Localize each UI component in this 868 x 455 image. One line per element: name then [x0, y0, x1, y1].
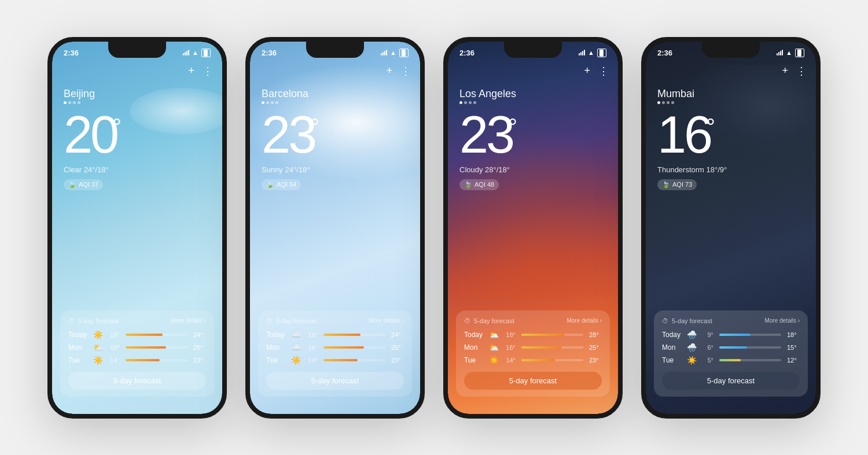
add-button[interactable]: +: [188, 65, 194, 77]
forecast-bar-2: [521, 359, 583, 361]
more-details-link[interactable]: More details ›: [567, 317, 602, 324]
signal-icon: [777, 50, 783, 56]
forecast-weather-icon-2: ☀️: [290, 356, 301, 365]
forecast-header: ⏱ 5-day forecast More details ›: [662, 317, 800, 324]
five-day-forecast-button[interactable]: 5-day forecast: [662, 372, 800, 390]
city-dot-active: [262, 101, 264, 104]
forecast-low-0: 18°: [107, 331, 120, 338]
phone-screen: 2:36 ▲ ▉ + ⋮: [250, 42, 420, 414]
battery-icon: ▉: [399, 49, 409, 57]
status-time: 2:36: [657, 49, 672, 57]
forecast-weather-icon-1: ⛅: [92, 343, 104, 352]
leaf-icon: 🍃: [68, 181, 76, 188]
city-dot: [469, 101, 472, 104]
forecast-title: ⏱ 5-day forecast: [662, 317, 712, 324]
forecast-low-2: 14°: [503, 357, 516, 364]
aqi-value: AQI 73: [672, 181, 692, 188]
weather-content: Beijing 20° Clear 24°/18° 🍃 AQI 37: [64, 88, 211, 190]
phone-screen: 2:36 ▲ ▉ + ⋮: [646, 42, 816, 414]
forecast-low-1: 16°: [503, 344, 516, 351]
city-dot: [667, 101, 670, 104]
city-dot: [662, 101, 665, 104]
city-dots: [657, 101, 804, 104]
forecast-high-1: 25°: [589, 344, 602, 351]
forecast-day-0: Today: [266, 331, 286, 339]
aqi-badge: 🍃 AQI 37: [64, 179, 103, 190]
more-details-link[interactable]: More details ›: [764, 317, 800, 324]
top-actions: + ⋮: [782, 65, 807, 77]
weather-description: Thunderstorm 18°/9°: [657, 165, 804, 174]
temperature: 23°: [459, 109, 606, 161]
forecast-bar-2: [719, 359, 781, 361]
forecast-low-0: 9°: [701, 331, 713, 338]
forecast-icon: ⏱: [266, 317, 273, 324]
weather-description: Cloudy 28°/18°: [459, 165, 606, 174]
forecast-weather-icon-1: 🌧️: [686, 343, 697, 352]
forecast-low-0: 18°: [305, 331, 318, 338]
forecast-row: Today ☁️ 18° 24°: [266, 330, 404, 339]
weather-content: Los Angeles 23° Cloudy 28°/18° 🍃 AQI 48: [459, 88, 606, 190]
five-day-forecast-button[interactable]: 5-day forecast: [266, 372, 404, 390]
menu-button[interactable]: ⋮: [598, 65, 609, 77]
weather-description: Clear 24°/18°: [64, 165, 211, 174]
forecast-high-0: 18°: [787, 331, 800, 338]
forecast-row: Today ⛅ 18° 28°: [464, 330, 602, 339]
forecast-icon: ⏱: [68, 317, 75, 324]
top-actions: + ⋮: [386, 65, 411, 77]
forecast-title-text: 5-day forecast: [78, 317, 119, 324]
forecast-row: Today ☀️ 18° 24°: [68, 330, 206, 339]
add-button[interactable]: +: [386, 65, 392, 77]
aqi-value: AQI 54: [277, 181, 296, 188]
five-day-forecast-button[interactable]: 5-day forecast: [68, 372, 206, 390]
forecast-bar-fill-2: [126, 359, 160, 361]
phone-frame: 2:36 ▲ ▉ + ⋮: [443, 37, 623, 419]
menu-button[interactable]: ⋮: [203, 65, 213, 77]
forecast-high-1: 15°: [787, 344, 800, 351]
forecast-bar-fill-0: [323, 334, 361, 336]
more-details-link[interactable]: More details ›: [171, 317, 206, 324]
forecast-day-1: Mon: [266, 343, 286, 352]
five-day-forecast-button[interactable]: 5-day forecast: [464, 372, 602, 390]
aqi-badge: 🍃 AQI 48: [459, 179, 499, 190]
forecast-icon: ⏱: [464, 317, 470, 324]
menu-button[interactable]: ⋮: [400, 65, 411, 77]
forecast-bar-fill-2: [719, 359, 741, 361]
forecast-high-2: 12°: [787, 357, 800, 364]
city-name: Barcelona: [262, 88, 409, 100]
weather-content: Mumbai 16° Thunderstorm 18°/9° 🍃 AQI 73: [657, 88, 804, 190]
forecast-row: Mon ☁️ 16° 25°: [266, 343, 404, 352]
forecast-high-0: 28°: [589, 331, 602, 338]
city-dot: [78, 101, 80, 104]
forecast-weather-icon-0: ⛅: [488, 330, 499, 339]
forecast-row: Tue ☀️ 14° 23°: [266, 356, 404, 365]
phone-frame: 2:36 ▲ ▉ + ⋮: [245, 37, 425, 419]
wifi-icon: ▲: [786, 49, 792, 56]
forecast-header: ⏱ 5-day forecast More details ›: [68, 317, 206, 324]
status-time: 2:36: [64, 49, 79, 57]
forecast-bar-fill-2: [521, 359, 556, 361]
add-button[interactable]: +: [584, 65, 590, 77]
forecast-panel: ⏱ 5-day forecast More details › Today ☀️…: [60, 310, 214, 397]
add-button[interactable]: +: [782, 65, 788, 77]
city-dots: [459, 101, 606, 104]
forecast-day-2: Tue: [68, 356, 89, 364]
degree-symbol: °: [310, 114, 317, 139]
forecast-high-2: 23°: [391, 357, 404, 364]
phone-losangeles: 2:36 ▲ ▉ + ⋮: [443, 37, 623, 419]
battery-icon: ▉: [201, 49, 211, 57]
menu-button[interactable]: ⋮: [796, 65, 807, 77]
forecast-day-1: Mon: [662, 343, 682, 352]
city-dot-active: [64, 101, 67, 104]
phone-beijing: 2:36 ▲ ▉ + ⋮: [47, 37, 227, 419]
forecast-title-text: 5-day forecast: [276, 317, 317, 324]
forecast-title: ⏱ 5-day forecast: [68, 317, 119, 324]
signal-icon: [381, 50, 387, 56]
more-details-link[interactable]: More details ›: [369, 317, 404, 324]
forecast-title: ⏱ 5-day forecast: [266, 317, 317, 324]
city-dot-active: [657, 101, 660, 104]
forecast-weather-icon-2: ☀️: [92, 356, 104, 365]
city-name: Los Angeles: [459, 88, 606, 100]
weather-description: Sunny 24°/18°: [262, 165, 409, 174]
forecast-row: Mon ⛅ 16° 25°: [68, 343, 206, 352]
signal-icon: [183, 50, 189, 56]
